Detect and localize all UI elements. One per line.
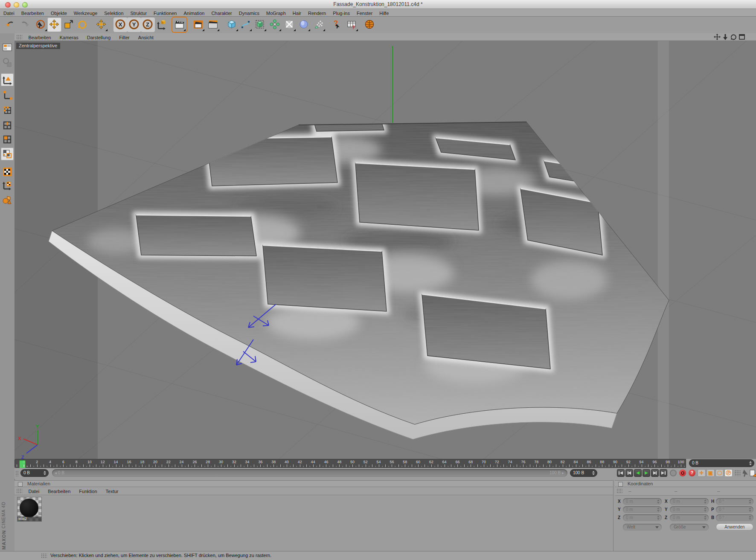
rot-p-field[interactable]: 0 ° (716, 506, 753, 513)
menu-item[interactable]: Hair (289, 10, 305, 16)
material-thumbnail[interactable]: Mat2 (17, 497, 42, 522)
timeline-handle[interactable] (15, 470, 19, 476)
materials-menu-handle[interactable] (16, 488, 22, 494)
goto-end-button[interactable] (660, 469, 667, 477)
edges-mode-button[interactable] (1, 119, 14, 132)
menu-item[interactable]: Werkzeuge (70, 10, 101, 16)
key-pla-button[interactable] (735, 470, 741, 476)
viewport-menu-item[interactable]: Bearbeiten (24, 34, 55, 40)
menu-item[interactable]: Hilfe (376, 10, 392, 16)
viewport-menu-item[interactable]: Darstellung (83, 34, 115, 40)
size-x-field[interactable]: 0 m (670, 498, 709, 505)
add-spline-button[interactable] (238, 17, 253, 32)
menu-item[interactable]: Funktionen (150, 10, 180, 16)
render-view-button[interactable] (172, 17, 186, 32)
help-button[interactable]: ? (329, 17, 343, 32)
end-frame-field[interactable]: 100 B (570, 469, 597, 477)
coordinates-menu-handle[interactable] (616, 488, 622, 494)
move-tool-button[interactable] (47, 17, 61, 32)
materials-menu-item[interactable]: Textur (102, 487, 123, 494)
internet-button[interactable] (363, 17, 377, 32)
viewport-menu-item[interactable]: Filter (115, 34, 134, 40)
uvw-mode-button[interactable] (1, 179, 14, 192)
add-deformer-button[interactable] (282, 17, 297, 32)
add-particles-button[interactable] (312, 17, 326, 32)
menu-item[interactable]: Selektion (101, 10, 127, 16)
add-hypernurbs-button[interactable] (253, 17, 267, 32)
materials-panel-checkbox[interactable] (18, 482, 23, 487)
menu-item[interactable]: Charakter (208, 10, 235, 16)
play-forwards-button[interactable] (643, 469, 650, 477)
menu-item[interactable]: Rendern (305, 10, 329, 16)
viewport-pan-button[interactable] (714, 34, 721, 40)
record-keyframe-button[interactable] (679, 470, 686, 476)
model-mode-button[interactable] (1, 73, 14, 86)
key-position-button[interactable]: ✛ (698, 469, 706, 477)
materials-menu-item[interactable]: Funktion (75, 487, 101, 494)
points-mode-button[interactable] (1, 104, 14, 116)
previous-key-button[interactable] (625, 469, 633, 477)
menu-item[interactable]: Datei (0, 10, 18, 16)
key-rotation-button[interactable]: 〇 (715, 469, 724, 477)
menu-item[interactable]: Plug-ins (329, 10, 353, 16)
preview-range-slider[interactable]: ◂ 0 B 100 B ▸ (52, 469, 567, 477)
live-selection-button[interactable] (34, 17, 48, 32)
texture-axis-mode-button[interactable] (1, 165, 14, 178)
timeline-page-button[interactable] (749, 469, 756, 479)
autokey-cursor-button[interactable] (742, 469, 749, 479)
object-mode-button[interactable] (1, 194, 14, 206)
menu-item[interactable]: Objekte (47, 10, 70, 16)
statusbar-handle[interactable] (41, 553, 47, 559)
goto-start-button[interactable] (617, 469, 625, 477)
end-frame-stepper-icon[interactable] (592, 471, 595, 475)
viewport-menu-handle[interactable] (16, 35, 22, 40)
lock-z-axis-button[interactable]: Z (141, 17, 155, 32)
key-scale-button[interactable]: ▣ (707, 469, 715, 477)
rot-h-field[interactable]: 0 ° (716, 498, 753, 505)
size-z-field[interactable]: 0 m (670, 514, 709, 521)
viewport-rotate-button[interactable] (730, 34, 737, 40)
object-axis-mode-button[interactable] (1, 89, 14, 102)
next-key-button[interactable] (651, 469, 659, 477)
pos-z-field[interactable]: 0 m (623, 514, 662, 521)
record-disabled-button[interactable] (670, 470, 677, 476)
add-array-button[interactable] (268, 17, 282, 32)
viewport-maximize-button[interactable] (739, 34, 746, 40)
size-mode-dropdown[interactable]: Größe (670, 524, 709, 531)
xpresso-button[interactable]: ? (345, 17, 359, 32)
make-editable-button[interactable] (1, 41, 14, 54)
ruler-frame-field[interactable]: 0 B (689, 459, 754, 467)
lock-x-axis-button[interactable]: X (113, 17, 128, 32)
texture-mode-button[interactable] (1, 148, 14, 160)
undo-button[interactable] (3, 17, 17, 32)
scale-tool-button[interactable] (61, 17, 76, 32)
materials-menu-item[interactable]: Bearbeiten (44, 487, 75, 494)
coordinate-system-button[interactable] (154, 17, 169, 32)
frame-stepper-icon[interactable] (749, 461, 752, 465)
coordinate-system-dropdown[interactable]: Welt (623, 524, 662, 531)
rotate-tool-button[interactable] (75, 17, 89, 32)
current-frame-stepper-icon[interactable] (44, 471, 47, 475)
render-settings-button[interactable] (206, 17, 220, 32)
add-primitive-button[interactable] (225, 17, 239, 32)
viewport-menu-item[interactable]: Kameras (55, 34, 83, 40)
last-tool-button[interactable] (94, 17, 108, 32)
pos-x-field[interactable]: 0 m (623, 498, 662, 505)
menu-item[interactable]: Bearbeiten (18, 10, 47, 16)
key-parameter-button[interactable]: Ⓟ (724, 469, 733, 477)
render-region-button[interactable] (191, 17, 205, 32)
viewport-menu-item[interactable]: Ansicht (134, 34, 158, 40)
viewport-camera-label[interactable]: Zentralperspektive (16, 43, 60, 49)
lock-y-axis-button[interactable]: Y (127, 17, 141, 32)
viewport-canvas[interactable]: Y X Z Zentralperspektive (15, 41, 756, 459)
menu-item[interactable]: MoGraph (263, 10, 289, 16)
pos-y-field[interactable]: 0 m (623, 506, 662, 513)
coordinates-mode-disabled-button[interactable] (1, 56, 14, 69)
coordinates-panel-checkbox[interactable] (618, 482, 623, 487)
polygons-mode-button[interactable] (1, 133, 14, 146)
menu-item[interactable]: Fenster (353, 10, 376, 16)
materials-menu-item[interactable]: Datei (24, 487, 44, 494)
menu-item[interactable]: Dynamics (236, 10, 263, 16)
menu-item[interactable]: Struktur (127, 10, 151, 16)
viewport-zoom-button[interactable] (722, 34, 729, 40)
